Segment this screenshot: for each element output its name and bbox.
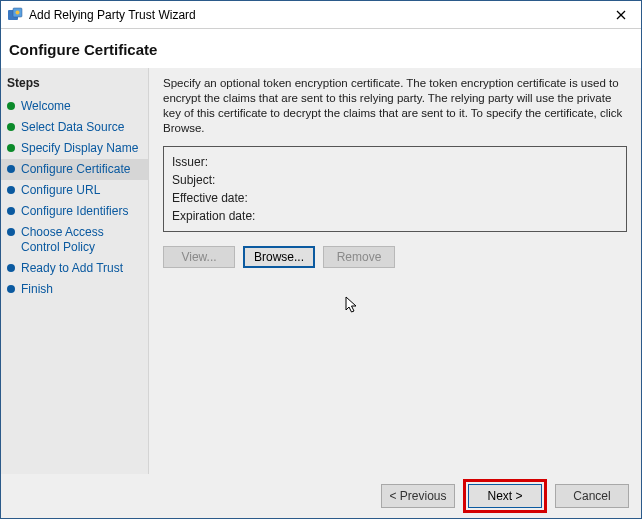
- main-panel: Specify an optional token encryption cer…: [149, 68, 641, 474]
- bullet-icon: [7, 123, 15, 131]
- step-configure-certificate[interactable]: Configure Certificate: [1, 159, 148, 180]
- certificate-details-box: Issuer: Subject: Effective date: Expirat…: [163, 146, 627, 232]
- certificate-button-row: View... Browse... Remove: [163, 246, 627, 268]
- step-choose-access-control-policy[interactable]: Choose Access Control Policy: [1, 222, 148, 258]
- step-label: Configure URL: [21, 183, 142, 198]
- bullet-icon: [7, 228, 15, 236]
- step-configure-url[interactable]: Configure URL: [1, 180, 148, 201]
- step-label: Specify Display Name: [21, 141, 142, 156]
- cert-subject-row: Subject:: [172, 171, 618, 189]
- steps-sidebar: Steps Welcome Select Data Source Specify…: [1, 68, 149, 474]
- instructions-text: Specify an optional token encryption cer…: [163, 76, 627, 136]
- window-title: Add Relying Party Trust Wizard: [29, 8, 607, 22]
- bullet-icon: [7, 264, 15, 272]
- steps-header: Steps: [1, 72, 148, 96]
- step-configure-identifiers[interactable]: Configure Identifiers: [1, 201, 148, 222]
- bullet-icon: [7, 285, 15, 293]
- cert-issuer-label: Issuer:: [172, 155, 208, 169]
- step-ready-to-add-trust[interactable]: Ready to Add Trust: [1, 258, 148, 279]
- step-label: Choose Access Control Policy: [21, 225, 142, 255]
- view-button: View...: [163, 246, 235, 268]
- step-label: Select Data Source: [21, 120, 142, 135]
- close-button[interactable]: [607, 5, 635, 25]
- step-specify-display-name[interactable]: Specify Display Name: [1, 138, 148, 159]
- bullet-icon: [7, 207, 15, 215]
- wizard-body: Steps Welcome Select Data Source Specify…: [1, 68, 641, 474]
- step-select-data-source[interactable]: Select Data Source: [1, 117, 148, 138]
- browse-button[interactable]: Browse...: [243, 246, 315, 268]
- cert-expiration-label: Expiration date:: [172, 209, 255, 223]
- bullet-icon: [7, 102, 15, 110]
- wizard-window: Add Relying Party Trust Wizard Configure…: [0, 0, 642, 519]
- cert-effective-row: Effective date:: [172, 189, 618, 207]
- cert-effective-label: Effective date:: [172, 191, 248, 205]
- next-button[interactable]: Next >: [468, 484, 542, 508]
- page-title: Configure Certificate: [1, 29, 641, 68]
- wizard-footer: < Previous Next > Cancel: [1, 474, 641, 518]
- svg-point-2: [16, 10, 20, 14]
- cancel-button[interactable]: Cancel: [555, 484, 629, 508]
- next-button-highlight: Next >: [463, 479, 547, 513]
- step-label: Configure Certificate: [21, 162, 142, 177]
- app-icon: [7, 7, 23, 23]
- step-label: Welcome: [21, 99, 142, 114]
- bullet-icon: [7, 144, 15, 152]
- step-finish[interactable]: Finish: [1, 279, 148, 300]
- cert-expiration-row: Expiration date:: [172, 207, 618, 225]
- previous-button[interactable]: < Previous: [381, 484, 455, 508]
- step-label: Ready to Add Trust: [21, 261, 142, 276]
- bullet-icon: [7, 165, 15, 173]
- bullet-icon: [7, 186, 15, 194]
- titlebar: Add Relying Party Trust Wizard: [1, 1, 641, 29]
- step-welcome[interactable]: Welcome: [1, 96, 148, 117]
- step-label: Configure Identifiers: [21, 204, 142, 219]
- step-label: Finish: [21, 282, 142, 297]
- remove-button: Remove: [323, 246, 395, 268]
- cursor-icon: [345, 296, 359, 319]
- cert-subject-label: Subject:: [172, 173, 215, 187]
- cert-issuer-row: Issuer:: [172, 153, 618, 171]
